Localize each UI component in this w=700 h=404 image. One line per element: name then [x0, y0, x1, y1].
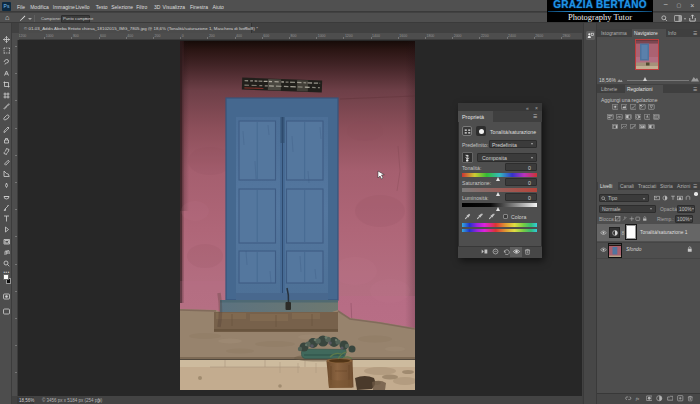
svg-text:fx: fx	[636, 396, 640, 401]
